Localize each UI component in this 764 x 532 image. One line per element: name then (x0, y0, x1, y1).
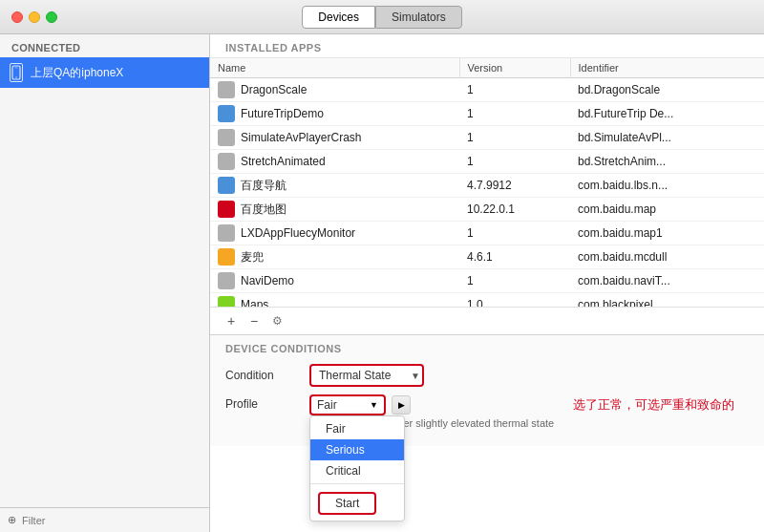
table-header-row: Name Version Identifier (210, 58, 764, 78)
condition-label: Condition (225, 369, 302, 382)
app-icon (218, 105, 235, 122)
col-header-version: Version (459, 58, 570, 78)
app-name: 麦兜 (241, 249, 264, 266)
app-icon (218, 153, 235, 170)
app-name-cell: Maps (210, 293, 459, 308)
app-name-cell: DragonScale (210, 78, 459, 102)
app-name-cell: NaviDemo (210, 269, 459, 293)
apps-table: Name Version Identifier DragonScale 1 bd… (210, 58, 764, 307)
phone-icon (10, 63, 23, 82)
remove-app-button[interactable]: − (244, 311, 264, 330)
device-conditions-header: DEVICE CONDITIONS (225, 343, 749, 354)
profile-dropdown-chevron: ▼ (370, 400, 378, 410)
start-button[interactable]: Start (318, 492, 376, 515)
app-version-cell: 1.0 (459, 293, 570, 308)
condition-select[interactable]: Thermal State (309, 364, 424, 387)
app-identifier-cell: bd.FutureTrip De... (570, 102, 764, 126)
table-row[interactable]: NaviDemo 1 com.baidu.naviT... (210, 269, 764, 293)
add-app-button[interactable]: + (222, 311, 241, 330)
app-icon (218, 129, 235, 146)
profile-arrow-button[interactable]: ▶ (392, 395, 411, 415)
table-row[interactable]: 麦兜 4.6.1 com.baidu.mcdull (210, 245, 764, 269)
table-row[interactable]: StretchAnimated 1 bd.StretchAnim... (210, 150, 764, 174)
start-button-container: Start (310, 483, 404, 519)
device-conditions-section: DEVICE CONDITIONS Condition Thermal Stat… (210, 334, 764, 446)
col-header-name: Name (210, 58, 459, 78)
table-row[interactable]: SimulateAvPlayerCrash 1 bd.SimulateAvPl.… (210, 126, 764, 150)
main-layout: Connected 上层QA的iphoneX ⊕ INSTALLED APPS (0, 34, 764, 532)
app-version-cell: 1 (459, 269, 570, 293)
minimize-button[interactable] (29, 11, 40, 23)
app-name: FutureTripDemo (241, 107, 324, 120)
window-controls (11, 11, 57, 23)
app-version-cell: 10.22.0.1 (459, 198, 570, 222)
app-identifier-cell: bd.SimulateAvPl... (570, 126, 764, 150)
table-row[interactable]: 百度地图 10.22.0.1 com.baidu.map (210, 198, 764, 222)
profile-dropdown-trigger: Fair ▼ Fair Serious Critical Start (309, 394, 554, 415)
app-icon (218, 177, 235, 194)
profile-dropdown-display[interactable]: Fair ▼ (309, 394, 386, 415)
app-name: NaviDemo (241, 274, 294, 287)
app-name: 百度导航 (241, 178, 286, 194)
app-name-cell: 百度导航 (210, 174, 459, 198)
app-icon (218, 296, 235, 307)
table-row[interactable]: DragonScale 1 bd.DragonScale (210, 78, 764, 102)
close-button[interactable] (11, 11, 23, 23)
filter-input[interactable] (22, 515, 202, 526)
profile-dropdown-menu[interactable]: Fair Serious Critical Start (309, 415, 405, 521)
table-row[interactable]: FutureTripDemo 1 bd.FutureTrip De... (210, 102, 764, 126)
profile-dropdown-container: Fair ▼ Fair Serious Critical Start (309, 394, 386, 415)
maximize-button[interactable] (46, 11, 57, 23)
app-identifier-cell: com.baidu.mcdull (570, 245, 764, 269)
tab-devices[interactable]: Devices (302, 6, 375, 29)
app-identifier-cell: bd.StretchAnim... (570, 150, 764, 174)
app-name-cell: LXDAppFluecyMonitor (210, 222, 459, 245)
profile-row: Profile Fair ▼ Fair Serious (225, 394, 749, 429)
profile-current-value: Fair (317, 398, 366, 412)
svg-rect-1 (15, 68, 18, 69)
condition-row: Condition Thermal State ▼ (225, 364, 749, 387)
app-icon (218, 224, 235, 242)
app-name: Maps (241, 298, 268, 307)
profile-option-critical[interactable]: Critical (310, 460, 404, 481)
app-version-cell: 1 (459, 150, 570, 174)
table-actions: + − ⚙ (210, 307, 764, 334)
app-identifier-cell: com.baidu.naviT... (570, 269, 764, 293)
table-row[interactable]: 百度导航 4.7.9912 com.baidu.lbs.n... (210, 174, 764, 198)
apps-table-container[interactable]: Name Version Identifier DragonScale 1 bd… (210, 58, 764, 307)
titlebar-tabs: Devices Simulators (302, 6, 461, 29)
app-name: 百度地图 (241, 202, 286, 218)
installed-apps-header: INSTALLED APPS (210, 34, 764, 58)
app-version-cell: 4.7.9912 (459, 174, 570, 198)
filter-icon: ⊕ (8, 514, 16, 526)
app-identifier-cell: com.blackpixel.... (570, 293, 764, 308)
sidebar: Connected 上层QA的iphoneX ⊕ (0, 34, 210, 532)
app-name: SimulateAvPlayerCrash (241, 131, 362, 144)
content-area: INSTALLED APPS Name Version Identifier D… (210, 34, 764, 532)
table-row[interactable]: Maps 1.0 com.blackpixel.... (210, 293, 764, 308)
app-version-cell: 4.6.1 (459, 245, 570, 269)
app-identifier-cell: com.baidu.map1 (570, 222, 764, 245)
table-row[interactable]: LXDAppFluecyMonitor 1 com.baidu.map1 (210, 222, 764, 245)
annotation-text: 选了正常，可选严重和致命的 (573, 394, 734, 414)
app-name-cell: FutureTripDemo (210, 102, 459, 126)
app-icon (218, 248, 235, 266)
sidebar-device-item[interactable]: 上层QA的iphoneX (0, 57, 209, 88)
titlebar: Devices Simulators (0, 0, 764, 34)
tab-simulators[interactable]: Simulators (375, 6, 462, 29)
profile-option-serious[interactable]: Serious (310, 439, 404, 460)
app-icon (218, 272, 235, 289)
app-name: DragonScale (241, 83, 307, 96)
sidebar-connected-header: Connected (0, 34, 209, 57)
app-identifier-cell: bd.DragonScale (570, 78, 764, 102)
app-name-cell: StretchAnimated (210, 150, 459, 174)
svg-point-2 (15, 76, 17, 78)
profile-option-fair[interactable]: Fair (310, 418, 404, 439)
app-version-cell: 1 (459, 102, 570, 126)
settings-icon[interactable]: ⚙ (267, 311, 286, 330)
app-version-cell: 1 (459, 78, 570, 102)
condition-select-wrapper: Thermal State ▼ (309, 364, 424, 387)
app-version-cell: 1 (459, 222, 570, 245)
app-name-cell: 麦兜 (210, 245, 459, 269)
app-name: StretchAnimated (241, 155, 326, 168)
